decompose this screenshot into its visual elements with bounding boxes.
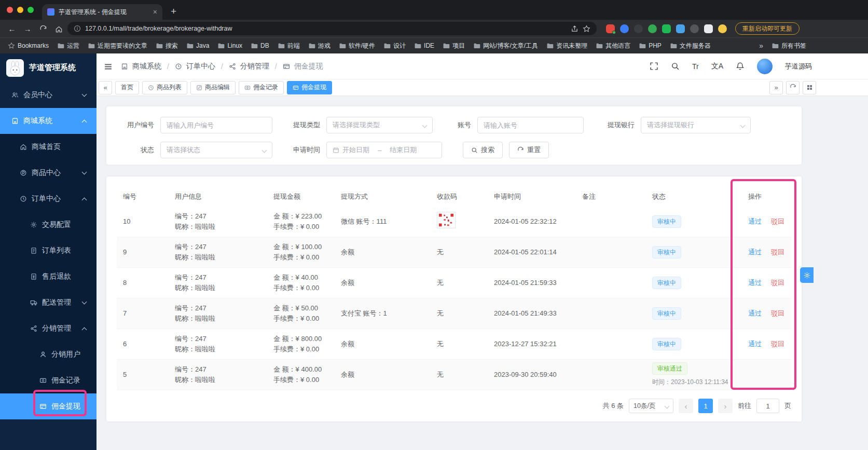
sidebar-item-delivery-management[interactable]: 配送管理 [0, 290, 97, 316]
bookmark-folder[interactable]: 游戏 [305, 40, 334, 51]
breadcrumb-item[interactable]: 商城系统 [132, 62, 161, 71]
reject-link[interactable]: 驳回 [771, 247, 784, 257]
bookmark-folder[interactable]: 资讯未整理 [543, 40, 591, 51]
approve-link[interactable]: 通过 [748, 308, 762, 319]
share-icon[interactable] [571, 25, 578, 33]
approve-link[interactable]: 通过 [748, 247, 762, 257]
collapse-sidebar-button[interactable] [104, 61, 113, 71]
bookmarks-overflow-button[interactable]: » [755, 40, 767, 51]
bookmark-folder[interactable]: 前端 [274, 40, 304, 51]
sidebar-item-distribution-management[interactable]: 分销管理 [0, 316, 97, 342]
approve-link[interactable]: 通过 [748, 339, 762, 349]
address-bar[interactable]: 127.0.0.1/mall/trade/brokerage/brokerage… [67, 22, 597, 35]
page-tab-product-list[interactable]: 商品列表 [142, 81, 187, 94]
reject-link[interactable]: 驳回 [771, 339, 784, 349]
bookmark-folder[interactable]: 运营 [53, 40, 83, 51]
new-tab-button[interactable]: + [171, 6, 176, 17]
page-tab-commission-withdrawal[interactable]: 佣金提现 [287, 81, 332, 94]
bookmarks-menu[interactable]: Bookmarks [4, 40, 52, 51]
macos-close-button[interactable] [7, 7, 13, 13]
pagination-goto-input[interactable] [756, 399, 779, 413]
reject-link[interactable]: 驳回 [771, 216, 784, 227]
withdraw-type-select[interactable]: 请选择提现类型 [326, 117, 433, 133]
bookmark-folder[interactable]: 软件/硬件 [335, 40, 379, 51]
extension-icon-3[interactable] [634, 24, 643, 33]
user-avatar[interactable] [757, 59, 773, 74]
sidebar-item-commission-withdrawal[interactable]: 佣金提现 [0, 393, 97, 419]
breadcrumb-item[interactable]: 订单中心 [186, 62, 215, 71]
username[interactable]: 芋道源码 [785, 62, 812, 71]
previous-page-button[interactable]: ‹ [679, 399, 693, 413]
reset-button[interactable]: 重置 [509, 142, 549, 158]
bookmark-folder[interactable]: 其他语言 [592, 40, 634, 51]
page-size-select[interactable]: 10条/页 [629, 399, 673, 413]
reload-button[interactable] [36, 24, 50, 33]
page-tab-home[interactable]: 首页 [115, 81, 139, 94]
bookmark-folder[interactable]: Java [183, 40, 213, 51]
bookmark-folder[interactable]: 近期需要读的文章 [84, 40, 151, 51]
current-page-button[interactable]: 1 [698, 399, 713, 413]
bookmark-folder[interactable]: DB [247, 40, 273, 51]
bookmark-star-icon[interactable] [583, 25, 590, 33]
extension-icon-1[interactable] [606, 24, 615, 33]
bookmark-folder[interactable]: 网站/博客/文章/工具 [470, 40, 542, 51]
home-button[interactable] [52, 24, 65, 33]
layout-grid-button[interactable] [803, 81, 816, 94]
tabs-scroll-left-button[interactable]: « [99, 81, 112, 94]
back-button[interactable]: ← [5, 24, 19, 33]
macos-fullscreen-button[interactable] [27, 7, 34, 13]
bookmark-folder[interactable]: 设计 [380, 40, 409, 51]
sidebar-item-after-sale-refund[interactable]: 售后退款 [0, 264, 97, 290]
extension-icon-4[interactable] [648, 24, 657, 33]
next-page-button[interactable]: › [718, 399, 733, 413]
sidebar-item-mall-system[interactable]: 商城系统 [0, 108, 97, 134]
apply-time-range-picker[interactable]: 开始日期 – 结束日期 [326, 142, 442, 158]
macos-minimize-button[interactable] [17, 7, 23, 13]
url-text[interactable]: 127.0.0.1/mall/trade/brokerage/brokerage… [85, 25, 567, 32]
reject-link[interactable]: 驳回 [771, 308, 784, 319]
app-logo-row[interactable]: 芋道管理系统 [0, 53, 97, 82]
sidebar-item-product-center[interactable]: 商品中心 [0, 160, 97, 186]
status-select[interactable]: 请选择状态 [160, 142, 272, 158]
approve-link[interactable]: 通过 [748, 278, 762, 288]
refresh-page-button[interactable] [786, 81, 800, 94]
all-bookmarks-button[interactable]: 所有书签 [768, 40, 810, 51]
extension-icon-8[interactable] [704, 24, 713, 33]
fullscreen-icon[interactable] [650, 62, 658, 71]
reject-link[interactable]: 驳回 [771, 278, 784, 288]
settings-drawer-button[interactable] [800, 267, 814, 283]
language-icon[interactable]: 文A [711, 62, 723, 71]
sidebar-item-order-list[interactable]: 订单列表 [0, 238, 97, 264]
sidebar-item-commission-records[interactable]: 佣金记录 [0, 367, 97, 393]
forward-button[interactable]: → [21, 24, 34, 33]
extension-icon-7[interactable] [690, 24, 699, 33]
withdraw-bank-select[interactable]: 请选择提现银行 [641, 117, 751, 133]
site-info-icon[interactable] [74, 25, 81, 32]
bookmark-folder[interactable]: Linux [214, 40, 246, 51]
bookmark-folder[interactable]: 文件服务器 [666, 40, 714, 51]
bell-icon[interactable] [736, 62, 745, 71]
bookmark-folder[interactable]: IDE [410, 40, 438, 51]
breadcrumb-item[interactable]: 分销管理 [240, 62, 269, 71]
account-input[interactable] [477, 117, 584, 133]
approve-link[interactable]: 通过 [748, 216, 762, 227]
browser-profile-avatar[interactable] [718, 24, 727, 33]
browser-update-button[interactable]: 重新启动即可更新 [735, 22, 800, 35]
font-size-icon[interactable]: Tr [692, 62, 699, 71]
payment-qr-code[interactable] [437, 212, 456, 228]
sidebar-item-trade-config[interactable]: 交易配置 [0, 212, 97, 238]
extension-icon-5[interactable] [662, 24, 671, 33]
user-no-input[interactable] [160, 117, 272, 133]
sidebar-item-distribution-users[interactable]: 分销用户 [0, 342, 97, 367]
page-tab-product-edit[interactable]: 商品编辑 [190, 81, 236, 94]
search-button[interactable]: 搜索 [463, 142, 503, 158]
bookmark-folder[interactable]: 搜索 [152, 40, 182, 51]
tab-close-icon[interactable]: × [153, 8, 157, 16]
extension-icon-6[interactable] [676, 24, 685, 33]
browser-tab[interactable]: 芋道管理系统 - 佣金提现 × [42, 4, 162, 20]
page-tab-commission-records[interactable]: 佣金记录 [239, 81, 284, 94]
tabs-scroll-right-button[interactable]: » [769, 81, 783, 94]
extension-icon-2[interactable] [620, 24, 629, 33]
sidebar-item-member-center[interactable]: 会员中心 [0, 82, 97, 108]
bookmark-folder[interactable]: PHP [635, 40, 665, 51]
